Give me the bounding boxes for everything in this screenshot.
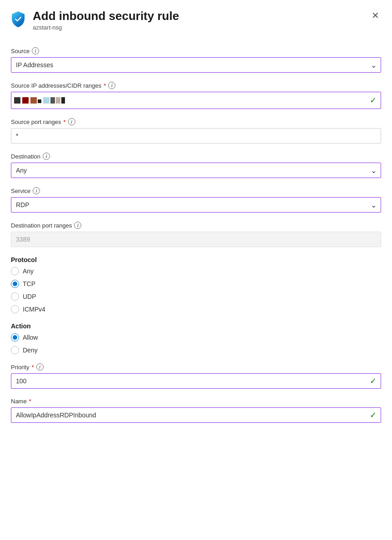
panel-header-left: Add inbound security rule azstart-nsg: [9, 9, 179, 31]
action-allow-label: Allow: [23, 334, 38, 341]
protocol-udp-item[interactable]: UDP: [11, 292, 381, 301]
protocol-icmpv4-item[interactable]: ICMPv4: [11, 305, 381, 313]
panel-title-block: Add inbound security rule azstart-nsg: [33, 9, 179, 31]
service-field-group: Service i RDP Custom HTTP HTTPS SSH ⌄: [11, 187, 381, 213]
source-field-group: Source i IP Addresses Any Service Tag Ap…: [11, 47, 381, 73]
source-ip-required: *: [104, 82, 106, 89]
destination-select-wrapper: Any IP Addresses Service Tag Application…: [11, 163, 381, 178]
panel-title: Add inbound security rule: [33, 9, 179, 23]
dest-port-info-icon[interactable]: i: [74, 222, 81, 229]
action-deny-item[interactable]: Deny: [11, 346, 381, 354]
priority-input[interactable]: [11, 373, 381, 389]
dest-port-input: 3389: [11, 232, 381, 247]
source-port-label: Source port ranges * i: [11, 118, 381, 125]
pixel-7: [56, 97, 60, 104]
source-port-required: *: [64, 119, 66, 125]
name-field-group: Name * ✓: [11, 398, 381, 423]
action-allow-radio[interactable]: [11, 333, 19, 342]
pixel-5: [43, 97, 50, 104]
name-label: Name *: [11, 398, 381, 405]
protocol-icmpv4-label: ICMPv4: [23, 306, 45, 313]
source-select-wrapper: IP Addresses Any Service Tag Application…: [11, 57, 381, 73]
pixel-8: [61, 97, 65, 104]
priority-info-icon[interactable]: i: [36, 363, 44, 371]
protocol-tcp-label: TCP: [23, 280, 35, 287]
source-ip-info-icon[interactable]: i: [108, 82, 115, 89]
source-label: Source i: [11, 47, 381, 54]
dest-port-field-group: Destination port ranges i 3389: [11, 222, 381, 247]
protocol-any-item[interactable]: Any: [11, 267, 381, 275]
source-info-icon[interactable]: i: [32, 47, 39, 54]
protocol-radio-group: Any TCP UDP ICMPv4: [11, 267, 381, 313]
protocol-label: Protocol: [11, 256, 381, 263]
action-deny-radio[interactable]: [11, 346, 19, 354]
name-check-icon: ✓: [370, 410, 377, 420]
protocol-any-label: Any: [23, 268, 34, 275]
pixel-3: [30, 97, 37, 104]
source-ip-check-icon: ✓: [370, 95, 377, 105]
dest-port-label: Destination port ranges i: [11, 222, 381, 229]
azure-shield-icon: [9, 10, 27, 28]
priority-label: Priority * i: [11, 363, 381, 371]
action-allow-item[interactable]: Allow: [11, 333, 381, 342]
protocol-tcp-radio[interactable]: [11, 280, 19, 288]
protocol-udp-radio[interactable]: [11, 292, 19, 301]
pixel-1: [14, 97, 20, 104]
protocol-field-group: Protocol Any TCP UDP ICMPv4: [11, 256, 381, 313]
close-button[interactable]: ✕: [370, 9, 381, 22]
name-required: *: [29, 398, 31, 405]
priority-field-group: Priority * i ✓: [11, 363, 381, 389]
priority-input-wrapper: ✓: [11, 373, 381, 389]
destination-field-group: Destination i Any IP Addresses Service T…: [11, 153, 381, 178]
source-port-info-icon[interactable]: i: [68, 118, 75, 125]
action-field-group: Action Allow Deny: [11, 322, 381, 354]
source-select[interactable]: IP Addresses Any Service Tag Application…: [11, 57, 381, 73]
source-ip-field-group: Source IP addresses/CIDR ranges * i ✓: [11, 82, 381, 109]
service-info-icon[interactable]: i: [33, 187, 40, 194]
action-deny-label: Deny: [23, 347, 38, 354]
panel-body: Source i IP Addresses Any Service Tag Ap…: [0, 38, 392, 443]
destination-label: Destination i: [11, 153, 381, 160]
add-inbound-security-rule-panel: Add inbound security rule azstart-nsg ✕ …: [0, 0, 392, 540]
source-ip-label: Source IP addresses/CIDR ranges * i: [11, 82, 381, 89]
protocol-icmpv4-radio[interactable]: [11, 305, 19, 313]
source-port-field-group: Source port ranges * i *: [11, 118, 381, 144]
panel-header: Add inbound security rule azstart-nsg ✕: [0, 0, 392, 38]
name-input[interactable]: [11, 407, 381, 423]
service-label: Service i: [11, 187, 381, 194]
pixel-2: [22, 97, 29, 104]
source-ip-input-wrapper: ✓: [11, 92, 381, 109]
name-input-wrapper: ✓: [11, 407, 381, 423]
source-ip-pixels-display[interactable]: [11, 92, 381, 109]
priority-check-icon: ✓: [370, 376, 377, 386]
action-label: Action: [11, 322, 381, 330]
action-radio-group: Allow Deny: [11, 333, 381, 354]
destination-select[interactable]: Any IP Addresses Service Tag Application…: [11, 163, 381, 178]
service-select[interactable]: RDP Custom HTTP HTTPS SSH: [11, 197, 381, 213]
source-port-input[interactable]: *: [11, 128, 381, 144]
service-select-wrapper: RDP Custom HTTP HTTPS SSH ⌄: [11, 197, 381, 213]
panel-subtitle: azstart-nsg: [33, 24, 179, 31]
pixel-6: [50, 97, 55, 104]
protocol-udp-label: UDP: [23, 293, 36, 300]
pixel-4: [38, 99, 41, 103]
protocol-any-radio[interactable]: [11, 267, 19, 275]
destination-info-icon[interactable]: i: [43, 153, 50, 160]
priority-required: *: [31, 364, 34, 371]
protocol-tcp-item[interactable]: TCP: [11, 280, 381, 288]
